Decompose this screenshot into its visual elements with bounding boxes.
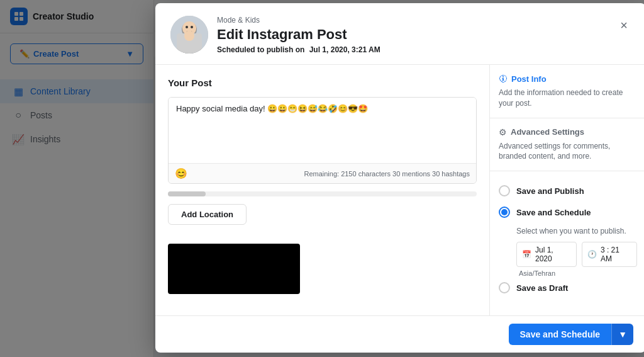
- avatar-image: [170, 16, 208, 54]
- date-value: Jul 1, 2020: [535, 246, 571, 263]
- scroll-thumb: [168, 191, 206, 196]
- post-info-section: 🛈 Post Info Add the information needed t…: [490, 65, 644, 118]
- emoji-button[interactable]: 😊: [175, 167, 187, 179]
- modal-body: Your Post Happy social media day! 😀😀😁😆😅😂…: [155, 65, 644, 315]
- schedule-prefix: Scheduled to publish on: [217, 45, 304, 54]
- modal-left-panel: Your Post Happy social media day! 😀😀😁😆😅😂…: [155, 65, 490, 315]
- save-schedule-button[interactable]: Save and Schedule: [509, 324, 612, 345]
- publish-options: Save and Publish Save and Schedule Selec…: [490, 171, 644, 307]
- schedule-info: Scheduled to publish on Jul 1, 2020, 3:2…: [217, 45, 380, 54]
- page-name: Mode & Kids: [217, 16, 380, 25]
- char-count: Remaining: 2150 characters 30 mentions 3…: [304, 170, 470, 178]
- textarea-toolbar: 😊 Remaining: 2150 characters 30 mentions…: [169, 163, 476, 183]
- time-input[interactable]: 🕐 3 : 21 AM: [582, 242, 637, 267]
- post-content-input[interactable]: Happy social media day! 😀😀😁😆😅😂🤣😊😎🤩: [169, 98, 476, 161]
- date-input[interactable]: 📅 Jul 1, 2020: [516, 242, 577, 267]
- post-section-title: Your Post: [168, 77, 477, 88]
- post-info-header: 🛈 Post Info: [499, 74, 637, 84]
- schedule-date: Jul 1, 2020, 3:21 AM: [309, 45, 380, 54]
- advanced-settings-title: Advanced Settings: [511, 127, 584, 137]
- save-publish-label: Save and Publish: [516, 186, 584, 196]
- post-info-icon: 🛈: [499, 74, 508, 84]
- save-publish-option[interactable]: Save and Publish: [499, 180, 637, 201]
- save-schedule-radio[interactable]: [499, 207, 510, 218]
- edit-post-modal: Mode & Kids Edit Instagram Post Schedule…: [155, 3, 644, 353]
- schedule-inputs: 📅 Jul 1, 2020 🕐 3 : 21 AM: [516, 242, 637, 267]
- dropdown-icon: ▼: [618, 329, 627, 339]
- schedule-details: Select when you want to publish. 📅 Jul 1…: [499, 227, 637, 277]
- advanced-settings-icon: ⚙: [499, 127, 507, 137]
- save-draft-option[interactable]: Save as Draft: [499, 277, 637, 298]
- clock-icon: 🕐: [587, 250, 597, 259]
- modal-right-panel: 🛈 Post Info Add the information needed t…: [490, 65, 644, 315]
- close-button[interactable]: ×: [614, 16, 633, 35]
- advanced-settings-section: ⚙ Advanced Settings Advanced settings fo…: [490, 118, 644, 172]
- svg-point-8: [186, 26, 188, 28]
- post-info-desc: Add the information needed to create you…: [499, 88, 637, 109]
- post-image-preview: [168, 244, 300, 294]
- horizontal-scrollbar[interactable]: [168, 191, 477, 196]
- svg-point-9: [191, 26, 193, 28]
- schedule-desc: Select when you want to publish.: [516, 227, 637, 235]
- save-publish-radio[interactable]: [499, 185, 510, 196]
- modal-footer: Save and Schedule ▼: [155, 315, 644, 353]
- modal-title: Edit Instagram Post: [217, 26, 380, 43]
- time-value: 3 : 21 AM: [601, 246, 631, 263]
- modal-header: Mode & Kids Edit Instagram Post Schedule…: [155, 3, 644, 65]
- save-draft-label: Save as Draft: [516, 283, 568, 293]
- save-draft-radio[interactable]: [499, 282, 510, 293]
- timezone: Asia/Tehran: [516, 269, 637, 277]
- avatar: [170, 16, 208, 54]
- svg-point-11: [184, 31, 194, 41]
- modal-header-text: Mode & Kids Edit Instagram Post Schedule…: [217, 16, 380, 54]
- calendar-icon: 📅: [522, 250, 531, 259]
- save-schedule-dropdown-button[interactable]: ▼: [611, 324, 633, 345]
- add-location-button[interactable]: Add Location: [168, 204, 247, 225]
- post-info-title: Post Info: [511, 74, 547, 84]
- advanced-settings-desc: Advanced settings for comments, branded …: [499, 141, 637, 162]
- save-schedule-label: Save and Schedule: [516, 208, 591, 217]
- post-textarea-wrapper: Happy social media day! 😀😀😁😆😅😂🤣😊😎🤩 😊 Rem…: [168, 97, 477, 184]
- advanced-settings-header: ⚙ Advanced Settings: [499, 127, 637, 137]
- save-schedule-option[interactable]: Save and Schedule: [499, 201, 637, 223]
